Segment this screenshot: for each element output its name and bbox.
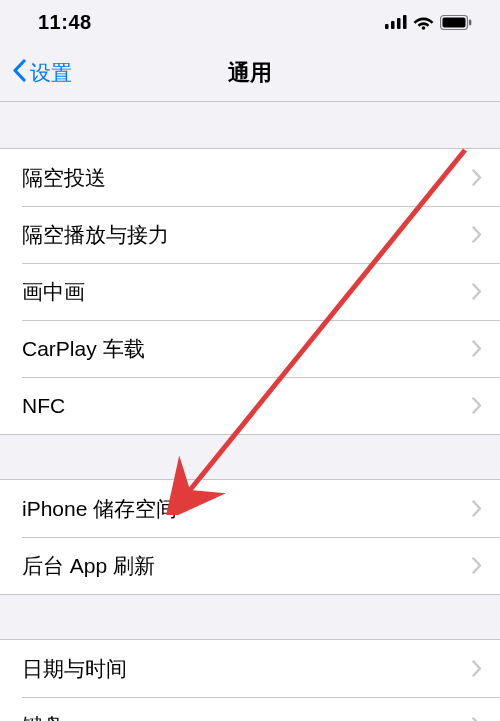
- svg-rect-6: [443, 17, 466, 27]
- row-label: 隔空播放与接力: [22, 221, 169, 249]
- battery-icon: [440, 15, 472, 30]
- row-nfc[interactable]: NFC: [0, 377, 500, 434]
- nav-bar: 设置 通用: [0, 44, 500, 102]
- row-label: 画中画: [22, 278, 85, 306]
- row-airplay-handoff[interactable]: 隔空播放与接力: [0, 206, 500, 263]
- chevron-right-icon: [472, 717, 482, 721]
- svg-rect-7: [469, 19, 471, 25]
- row-airdrop[interactable]: 隔空投送: [0, 149, 500, 206]
- chevron-right-icon: [472, 169, 482, 186]
- svg-rect-2: [397, 18, 401, 29]
- chevron-right-icon: [472, 660, 482, 677]
- row-label: 日期与时间: [22, 655, 127, 683]
- section-spacer: [0, 435, 500, 479]
- page-title: 通用: [228, 58, 272, 88]
- chevron-right-icon: [472, 340, 482, 357]
- row-label: NFC: [22, 394, 65, 418]
- chevron-right-icon: [472, 226, 482, 243]
- row-label: 后台 App 刷新: [22, 552, 155, 580]
- row-iphone-storage[interactable]: iPhone 储存空间: [0, 480, 500, 537]
- status-time: 11:48: [38, 11, 92, 34]
- row-background-refresh[interactable]: 后台 App 刷新: [0, 537, 500, 594]
- status-right: [385, 15, 472, 30]
- status-bar: 11:48: [0, 0, 500, 44]
- list-section: iPhone 储存空间 后台 App 刷新: [0, 479, 500, 595]
- back-label: 设置: [30, 59, 72, 87]
- list-section: 日期与时间 键盘: [0, 639, 500, 721]
- row-keyboard[interactable]: 键盘: [0, 697, 500, 721]
- row-label: iPhone 储存空间: [22, 495, 177, 523]
- row-label: 键盘: [22, 712, 64, 722]
- svg-rect-3: [403, 15, 407, 29]
- svg-rect-1: [391, 21, 395, 29]
- row-label: 隔空投送: [22, 164, 106, 192]
- cellular-icon: [385, 15, 407, 29]
- row-carplay[interactable]: CarPlay 车载: [0, 320, 500, 377]
- section-spacer: [0, 595, 500, 639]
- back-button[interactable]: 设置: [0, 59, 72, 87]
- chevron-right-icon: [472, 500, 482, 517]
- row-picture-in-picture[interactable]: 画中画: [0, 263, 500, 320]
- row-date-time[interactable]: 日期与时间: [0, 640, 500, 697]
- svg-point-4: [422, 26, 426, 30]
- row-label: CarPlay 车载: [22, 335, 145, 363]
- wifi-icon: [413, 15, 434, 30]
- chevron-right-icon: [472, 397, 482, 414]
- chevron-right-icon: [472, 557, 482, 574]
- chevron-right-icon: [472, 283, 482, 300]
- svg-rect-0: [385, 24, 389, 29]
- section-spacer: [0, 102, 500, 148]
- list-section: 隔空投送 隔空播放与接力 画中画 CarPlay 车载 NFC: [0, 148, 500, 435]
- chevron-left-icon: [12, 59, 26, 87]
